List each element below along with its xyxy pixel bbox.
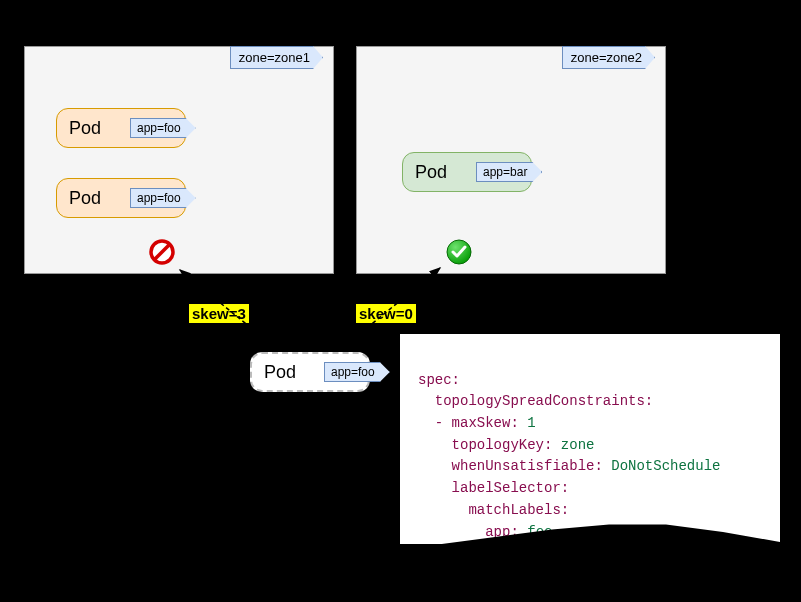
pod-label: Pod bbox=[69, 188, 101, 209]
pod-label: Pod bbox=[415, 162, 447, 183]
zone1-container: zone=zone1 bbox=[24, 46, 334, 274]
yaml-maxskew-key: - maxSkew: bbox=[418, 415, 519, 431]
yaml-spec-box: spec: topologySpreadConstraints: - maxSk… bbox=[400, 334, 780, 544]
yaml-topologykey-val: zone bbox=[552, 437, 594, 453]
pod-label: Pod bbox=[264, 362, 296, 383]
no-entry-icon bbox=[148, 238, 176, 266]
pod-label: Pod bbox=[69, 118, 101, 139]
yaml-maxskew-val: 1 bbox=[519, 415, 536, 431]
zone2-label-tag: zone=zone2 bbox=[562, 46, 655, 69]
yaml-topologykey-key: topologyKey: bbox=[418, 437, 552, 453]
yaml-spec: spec: bbox=[418, 372, 460, 388]
yaml-when-val: DoNotSchedule bbox=[603, 458, 721, 474]
yaml-tsc: topologySpreadConstraints: bbox=[418, 393, 653, 409]
checkmark-icon bbox=[445, 238, 473, 266]
yaml-labelsel: labelSelector: bbox=[418, 480, 569, 496]
yaml-matchlabels: matchLabels: bbox=[418, 502, 569, 518]
zone1-label-tag: zone=zone1 bbox=[230, 46, 323, 69]
skew-right-label: skew=0 bbox=[356, 304, 416, 323]
pending-pod-app-label: app=foo bbox=[324, 362, 390, 382]
zone1-pod2-app-label: app=foo bbox=[130, 188, 196, 208]
skew-left-label: skew=3 bbox=[189, 304, 249, 323]
zone1-pod1-app-label: app=foo bbox=[130, 118, 196, 138]
yaml-when-key: whenUnsatisfiable: bbox=[418, 458, 603, 474]
zone2-pod1-app-label: app=bar bbox=[476, 162, 542, 182]
